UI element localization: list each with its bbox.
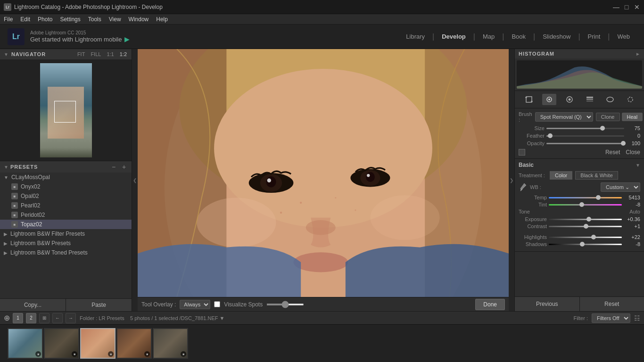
visualize-spots-slider[interactable]: [266, 304, 304, 305]
module-develop[interactable]: Develop: [435, 31, 472, 42]
highlights-track[interactable]: [549, 237, 622, 238]
tool-overlay-select[interactable]: Always: [180, 300, 210, 309]
temp-thumb: [596, 195, 601, 200]
module-web[interactable]: Web: [611, 31, 637, 42]
module-book[interactable]: Book: [505, 31, 532, 42]
preset-item-topaz02[interactable]: ■ Topaz02: [0, 220, 132, 229]
filmstrip-expand-icon[interactable]: ☷: [634, 314, 640, 322]
status-tool-icon[interactable]: ⊕: [4, 313, 10, 322]
menu-help[interactable]: Help: [156, 16, 168, 23]
module-library[interactable]: Library: [399, 31, 431, 42]
tone-auto-button[interactable]: Auto: [629, 209, 640, 214]
minimize-button[interactable]: ―: [613, 4, 619, 10]
heal-button[interactable]: Heal: [622, 113, 643, 121]
zoom-1-2[interactable]: 1:2: [119, 51, 128, 58]
view-double-btn[interactable]: 2: [26, 313, 36, 323]
visualize-spots-checkbox[interactable]: [214, 301, 220, 307]
basic-collapse[interactable]: ▼: [636, 163, 640, 168]
opacity-track[interactable]: [546, 143, 624, 144]
wb-select[interactable]: Custom ⌄: [601, 182, 640, 192]
paste-button[interactable]: Paste: [66, 299, 132, 311]
thumb-icon-2: ■: [72, 351, 77, 357]
contrast-track[interactable]: [549, 226, 622, 227]
navigator-collapse-arrow[interactable]: ▼: [4, 52, 8, 57]
menu-file[interactable]: File: [4, 16, 13, 23]
window-controls[interactable]: ― □ ✕: [613, 4, 640, 10]
filmstrip-thumb-4[interactable]: ■: [116, 328, 152, 359]
copy-button[interactable]: Copy...: [0, 299, 66, 311]
nav-forward-btn[interactable]: →: [66, 313, 76, 323]
treatment-color-button[interactable]: Color: [550, 171, 572, 180]
feather-track[interactable]: [546, 135, 624, 137]
shadows-track[interactable]: [549, 244, 622, 245]
zoom-fit[interactable]: FIT: [76, 51, 86, 58]
lr-info: Adobe Lightroom CC 2015 Get started with…: [30, 30, 130, 43]
filename-dropdown-arrow[interactable]: ▼: [220, 315, 225, 321]
temp-label: Temp: [519, 195, 547, 200]
radial-filter-icon[interactable]: [603, 94, 617, 105]
reset-develop-button[interactable]: Reset: [580, 297, 644, 311]
presets-plus-btn[interactable]: +: [120, 163, 128, 171]
module-map[interactable]: Map: [476, 31, 501, 42]
brush-mode-dropdown[interactable]: Spot Removal (Q): [535, 112, 593, 122]
treatment-bw-button[interactable]: Black & White: [575, 171, 618, 180]
adjustment-brush-icon[interactable]: [623, 94, 637, 105]
view-single-btn[interactable]: 1: [13, 313, 23, 323]
redeye-tool-icon[interactable]: [562, 94, 577, 105]
tint-track[interactable]: [549, 204, 622, 206]
done-button[interactable]: Done: [475, 299, 505, 310]
graduated-filter-icon[interactable]: [583, 94, 597, 105]
menu-settings[interactable]: Settings: [60, 16, 80, 23]
menu-view[interactable]: View: [109, 16, 121, 23]
navigator-preview[interactable]: [0, 59, 132, 161]
filmstrip-thumb-1[interactable]: ■: [8, 328, 43, 359]
zoom-fill[interactable]: FILL: [90, 51, 102, 58]
navigator-image: [40, 63, 92, 157]
right-panel-collapse[interactable]: ❯: [509, 49, 514, 311]
preset-item-peridot02[interactable]: ■ Peridot02: [0, 210, 132, 220]
preset-item-onyx02[interactable]: ■ Onyx02: [0, 182, 132, 191]
menu-edit[interactable]: Edit: [20, 16, 30, 23]
histogram-collapse[interactable]: ►: [636, 51, 640, 57]
lr-mobile-arrow[interactable]: ▶: [124, 35, 130, 43]
menu-tools[interactable]: Tools: [88, 16, 101, 23]
reset-button[interactable]: Reset: [605, 149, 620, 156]
eyedropper-icon[interactable]: [519, 182, 528, 192]
close-button[interactable]: Close: [626, 149, 640, 156]
presets-collapse-arrow[interactable]: ▼: [4, 165, 8, 170]
exposure-track[interactable]: [549, 219, 622, 220]
brush-checkbox[interactable]: [519, 149, 525, 156]
temp-track[interactable]: [549, 197, 622, 198]
preset-item-pearl02[interactable]: ■ Pearl02: [0, 201, 132, 210]
zoom-1-1[interactable]: 1:1: [106, 51, 115, 58]
nav-back-btn[interactable]: ←: [52, 313, 63, 323]
filmstrip-thumb-2[interactable]: ■: [44, 328, 79, 359]
basic-header[interactable]: Basic ▼: [519, 162, 640, 168]
clone-button[interactable]: Clone: [596, 113, 620, 121]
left-panel-collapse[interactable]: ❮: [132, 49, 138, 311]
maximize-button[interactable]: □: [623, 4, 630, 10]
close-button[interactable]: ✕: [634, 4, 640, 10]
spot-removal-tool-icon[interactable]: [542, 94, 556, 105]
filter-select[interactable]: Filters Off: [592, 313, 630, 323]
previous-button[interactable]: Previous: [515, 297, 580, 311]
navigator-header[interactable]: ▼ Navigator FIT FILL 1:1 1:2: [0, 49, 132, 59]
size-track[interactable]: [546, 128, 624, 129]
filmstrip-thumb-3[interactable]: ■: [80, 328, 116, 359]
preset-group-header-claymossopal[interactable]: ▼ CLayMossOpal: [0, 173, 132, 182]
filmstrip-thumb-5[interactable]: ■: [153, 328, 188, 359]
module-print[interactable]: Print: [581, 31, 607, 42]
image-area[interactable]: [138, 49, 509, 297]
crop-tool-icon[interactable]: [522, 94, 536, 105]
preset-item-opal02[interactable]: ■ Opal02: [0, 191, 132, 201]
preset-group-bw[interactable]: ▶ Lightroom B&W Presets: [0, 239, 132, 248]
presets-minus-btn[interactable]: −: [110, 163, 117, 171]
histogram-header[interactable]: Histogram ►: [515, 49, 644, 58]
preset-group-bw-toned[interactable]: ▶ Lightroom B&W Toned Presets: [0, 248, 132, 257]
view-grid-btn[interactable]: ⊞: [39, 313, 50, 323]
menu-photo[interactable]: Photo: [38, 16, 52, 23]
module-slideshow[interactable]: Slideshow: [536, 31, 577, 42]
menu-window[interactable]: Window: [129, 16, 149, 23]
presets-header[interactable]: ▼ Presets − +: [0, 161, 132, 173]
preset-group-bw-filter[interactable]: ▶ Lightroom B&W Filter Presets: [0, 229, 132, 239]
